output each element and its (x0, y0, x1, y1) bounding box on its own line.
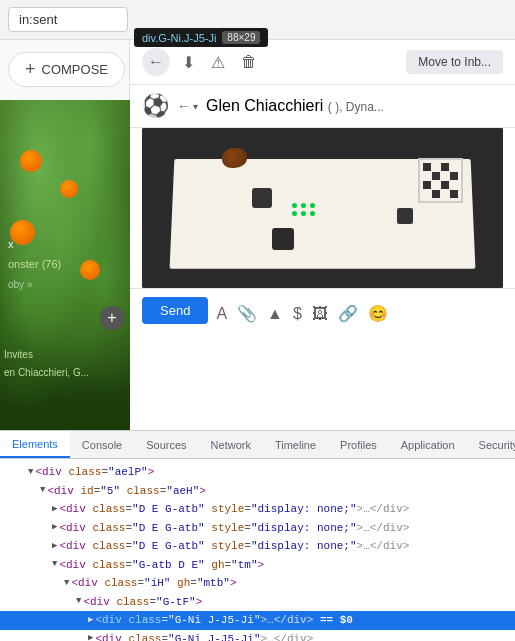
nav-arrows: ← ▾ (177, 98, 198, 114)
gmail-sidebar: + COMPOSE x onster (76) oby » + Invites … (0, 40, 130, 430)
sender-info: Glen Chiacchieri ( ), Dyna... (206, 97, 384, 115)
code-line-4: <div class="D E G-atb" style="display: n… (0, 519, 515, 538)
qr-cell (441, 181, 449, 189)
sidebar-invites: Invites (4, 349, 33, 360)
tab-profiles[interactable]: Profiles (328, 431, 389, 458)
back-icon: ← (148, 53, 164, 71)
attachment-icon[interactable]: 📎 (237, 304, 257, 323)
gdrive-icon[interactable]: ▲ (267, 305, 283, 323)
qr-cell (432, 190, 440, 198)
code-line-8: <div class="G-tF"> (0, 593, 515, 612)
triangle-icon (40, 484, 45, 498)
code-line-highlighted[interactable]: <div class="G-Ni J-J5-Ji">…</div> == $0 (0, 611, 515, 630)
triangle-icon (52, 558, 57, 572)
tab-application[interactable]: Application (389, 431, 467, 458)
dot-2 (301, 203, 306, 208)
prev-email-icon: ← (177, 98, 191, 114)
link-icon[interactable]: 🔗 (338, 304, 358, 323)
dot-5 (301, 211, 306, 216)
code-line-2: <div id="5" class="aeH"> (0, 482, 515, 501)
qr-cell (450, 172, 458, 180)
sidebar-label-monster: onster (76) (8, 258, 61, 270)
archive-icon: ⬇ (182, 54, 195, 71)
triangle-icon (52, 521, 57, 535)
dark-cube-3 (272, 228, 294, 250)
money-icon[interactable]: $ (293, 305, 302, 323)
tab-network[interactable]: Network (199, 431, 263, 458)
gmail-main-area: + COMPOSE x onster (76) oby » + Invites … (0, 40, 515, 430)
code-html: <div class="iH" gh="mtb"> (71, 575, 236, 592)
qr-cell (450, 163, 458, 171)
code-html: <div class="aelP"> (35, 464, 154, 481)
qr-cell (441, 163, 449, 171)
qr-cell (432, 163, 440, 171)
dot-1 (292, 203, 297, 208)
triangle-icon (28, 466, 33, 480)
dot-3 (310, 203, 315, 208)
code-line-1: <div class="aelP"> (0, 463, 515, 482)
reply-toolbar: A 📎 ▲ $ 🖼 🔗 😊 (216, 304, 387, 323)
image-content (142, 128, 503, 288)
archive-button[interactable]: ⬇ (178, 49, 199, 76)
sender-name: Glen Chiacchieri (206, 97, 323, 114)
tooltip-size-badge: 88×29 (222, 31, 260, 44)
sidebar-plant-image: x onster (76) oby » + Invites en Chiacch… (0, 100, 130, 430)
dot-6 (310, 211, 315, 216)
fruit-decoration-2 (60, 180, 78, 198)
qr-cell (423, 172, 431, 180)
email-content-pane: ← ⬇ ⚠ 🗑 Move to Inb... ⚽ ← ▾ Glen Chiacc… (130, 40, 515, 430)
qr-cell (450, 190, 458, 198)
email-header: ⚽ ← ▾ Glen Chiacchieri ( ), Dyna... (130, 85, 515, 128)
qr-cell (450, 181, 458, 189)
dot-4 (292, 211, 297, 216)
compose-label: COMPOSE (42, 62, 108, 77)
image-icon[interactable]: 🖼 (312, 305, 328, 323)
tab-sources[interactable]: Sources (134, 431, 198, 458)
reply-area: Send A 📎 ▲ $ 🖼 🔗 😊 (130, 288, 515, 332)
tab-timeline[interactable]: Timeline (263, 431, 328, 458)
sidebar-label-by: oby » (8, 279, 32, 290)
back-button[interactable]: ← (142, 48, 170, 76)
code-html: <div class="G-Ni J-J5-Ji">…</div> (95, 631, 313, 642)
move-to-inbox-button[interactable]: Move to Inb... (406, 50, 503, 74)
tab-security[interactable]: Security (467, 431, 515, 458)
devtools-code-view: <div class="aelP"> <div id="5" class="ae… (0, 459, 515, 641)
compose-button[interactable]: + COMPOSE (8, 52, 125, 87)
delete-icon: 🗑 (241, 53, 257, 70)
tab-elements[interactable]: Elements (0, 431, 70, 458)
fruit-decoration-4 (80, 260, 100, 280)
search-input[interactable] (8, 7, 128, 32)
qr-cell (441, 190, 449, 198)
devtools-panel: Elements Console Sources Network Timelin… (0, 430, 515, 641)
code-line-5: <div class="D E G-atb" style="display: n… (0, 537, 515, 556)
code-html: <div class="D E G-atb" style="display: n… (59, 501, 409, 518)
delete-button[interactable]: 🗑 (237, 49, 261, 75)
sidebar-invites-name: en Chiacchieri, G... (4, 367, 89, 378)
code-html: <div class="G-Ni J-J5-Ji">…</div> == $0 (95, 612, 353, 629)
send-button[interactable]: Send (142, 297, 208, 324)
sidebar-label-x: x (8, 238, 14, 250)
report-icon: ⚠ (211, 54, 225, 71)
sidebar-add-button[interactable]: + (100, 306, 124, 330)
code-line-3: <div class="D E G-atb" style="display: n… (0, 500, 515, 519)
format-icon[interactable]: A (216, 305, 227, 323)
qr-icon-decoration (418, 158, 463, 203)
qr-cell (423, 190, 431, 198)
code-html: <div class="G-atb D E" gh="tm"> (59, 557, 264, 574)
report-spam-button[interactable]: ⚠ (207, 49, 229, 76)
qr-cell (423, 163, 431, 171)
code-html: <div class="G-tF"> (83, 594, 202, 611)
sender-avatar-icon: ⚽ (142, 93, 169, 119)
code-line-7: <div class="iH" gh="mtb"> (0, 574, 515, 593)
green-dots-decoration (292, 203, 316, 216)
tab-console[interactable]: Console (70, 431, 134, 458)
emoji-icon[interactable]: 😊 (368, 304, 388, 323)
sender-email: ( ), Dyna... (328, 100, 384, 114)
code-line-6: <div class="G-atb D E" gh="tm"> (0, 556, 515, 575)
triangle-icon (64, 577, 69, 591)
triangle-icon (76, 595, 81, 609)
devtools-tabs: Elements Console Sources Network Timelin… (0, 431, 515, 459)
triangle-icon (52, 503, 57, 517)
code-html: <div class="D E G-atb" style="display: n… (59, 520, 409, 537)
brown-object-decoration (222, 148, 247, 168)
